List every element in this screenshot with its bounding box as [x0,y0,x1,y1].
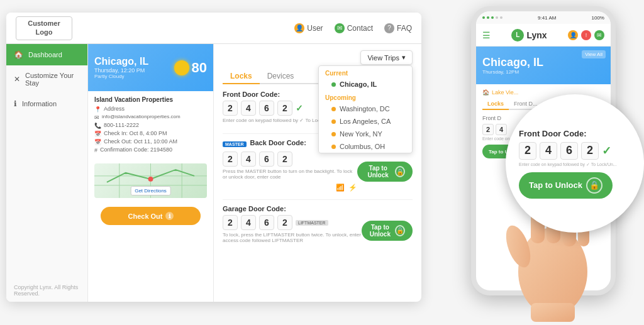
back-door-icons: 📶 ⚡ [336,184,357,192]
tab-locks[interactable]: Locks [223,69,260,84]
back-door-code-row: 2 4 6 2 [223,151,357,167]
zoom-tap-unlock-button[interactable]: Tap to Unlock 🔒 [519,172,613,199]
p-digit-1: 2 [482,124,494,135]
dropdown-chicago[interactable]: Chicago, IL [319,78,412,91]
info-badge: ℹ [165,212,174,220]
liftmaster-badge: LIFTMASTER [296,220,328,226]
phone-icon: 📞 [94,123,101,129]
garage-door-digit-2: 4 [241,215,256,230]
svg-rect-12 [531,303,575,322]
trips-dropdown: Current Chicago, IL Upcoming Washington,… [318,65,413,153]
upcoming-dot-2 [331,119,336,124]
lynx-brand: L Lynx [511,29,547,41]
left-panel: Chicago, IL Thursday, 12:20 PM Partly Cl… [88,44,214,302]
upcoming-section-title: Upcoming [319,91,412,102]
nav-faq[interactable]: ? FAQ [384,23,412,33]
dropdown-washington[interactable]: Washington, DC [319,102,412,115]
scene: Customer Logo 👤 User ✉ Contact ? FAQ [0,0,644,325]
get-directions-btn[interactable]: Get Directions [130,186,171,196]
phone-tab-locks[interactable]: Locks [482,99,509,110]
zoom-lock-icon: 🔒 [586,177,602,194]
nav-contact[interactable]: ✉ Contact [335,23,373,33]
view-trips-button[interactable]: View Trips ▾ [360,50,413,65]
back-door-digit-3: 6 [259,151,274,167]
confirmation-row: # Confirmation Code: 2194580 [94,146,207,153]
phone-status-bar: 9:41 AM 100% [476,11,611,24]
sidebar-item-information[interactable]: ℹ Information [6,93,87,114]
customer-logo: Customer Logo [16,16,72,40]
garage-door-digit-4: 2 [277,215,292,230]
sidebar-item-customize[interactable]: ✕ Customize Your Stay [6,65,87,93]
front-door-digit-3: 6 [259,101,274,116]
zoom-hint: Enter code on keypad followed by ✓ To Lo… [519,162,631,167]
checkout-button[interactable]: Check Out ℹ [101,207,201,225]
upcoming-dot-1 [331,107,336,111]
back-door-unlock-button[interactable]: Tap to Unlock 🔒 [357,162,413,182]
contact-icon: ✉ [335,23,345,33]
phone-user-icon[interactable]: 👤 [568,30,578,40]
user-icon: 👤 [294,23,304,33]
sidebar-item-dashboard[interactable]: 🏠 Dashboard [6,44,87,65]
zoom-front-door-label: Front Door Code: [519,129,631,138]
email-icon: ✉ [94,114,99,121]
phone-header-icons: 👤 ! ✉ [568,30,604,40]
zoom-check-icon: ✓ [602,144,611,158]
checkout-icon: 📅 [94,139,101,145]
email-row: ✉ info@islandvacationproperties.com [94,114,207,121]
content-area: Chicago, IL Thursday, 12:20 PM Partly Cl… [88,44,421,302]
customize-icon: ✕ [14,75,20,84]
upcoming-dot-3 [331,132,336,136]
front-door-digit-4: 2 [277,101,292,116]
sidebar-footer: Copyright Lynx. All Rights Reserved. [6,279,87,302]
address-row: 📍 Address [94,106,207,113]
zoom-code-row: 2 4 6 2 ✓ [519,142,631,160]
back-door-digit-4: 2 [277,151,292,167]
garage-door-code-row: 2 4 6 2 LIFTMASTER [223,215,362,230]
zoom-digit-1: 2 [519,142,536,160]
phone-row: 📞 800-111-2222 [94,122,207,129]
dropdown-columbus[interactable]: Columbus, OH [319,140,412,153]
phone-header: ☰ L Lynx 👤 ! ✉ [476,24,611,47]
home-icon: 🏠 [14,50,23,59]
hamburger-icon[interactable]: ☰ [482,30,491,40]
main-layout: 🏠 Dashboard ✕ Customize Your Stay ℹ Info… [6,44,421,302]
right-panel: View Trips ▾ Current Chicago, IL Upcomin… [214,44,421,302]
checkin-row: 📅 Check In: Oct 8, 4:00 PM [94,130,207,137]
garage-hint: To lock, press the LIFTMASTER button twi… [223,232,362,243]
front-door-check: ✓ [296,103,303,113]
phone-date: Thursday, 12PM [482,69,543,75]
phone-time: 9:41 AM [538,15,556,21]
phone-msg-icon[interactable]: ✉ [594,30,604,40]
checkin-icon: 📅 [94,131,101,137]
garage-lock-icon: 🔒 [395,225,405,236]
phone-city: Chicago, IL [482,56,543,69]
signal-dots [482,16,502,19]
phone-battery: 100% [592,15,604,21]
zoom-circle: Front Door Code: 2 4 6 2 ✓ Enter code on… [506,94,644,233]
back-door-digit-1: 2 [223,151,238,167]
phone-view-all[interactable]: View All [582,50,606,58]
garage-unlock-button[interactable]: Tap to Unlock 🔒 [362,221,413,241]
top-bar: Customer Logo 👤 User ✉ Contact ? FAQ [6,13,421,44]
zoom-digit-2: 4 [540,142,557,160]
dropdown-newyork[interactable]: New York, NY [319,128,412,140]
lynx-logo: L [511,29,524,41]
nav-user[interactable]: 👤 User [294,23,323,33]
bt-icon: ⚡ [348,184,357,192]
svg-point-5 [148,177,153,182]
back-lock-icon: 🔒 [395,166,405,177]
garage-door-digit-3: 6 [259,215,274,230]
phone-alert-icon[interactable]: ! [581,30,591,40]
top-nav: 👤 User ✉ Contact ? FAQ [294,23,412,33]
desktop-app: Customer Logo 👤 User ✉ Contact ? FAQ [6,13,421,302]
zoom-digit-4: 2 [581,142,599,160]
checkout-row: 📅 Check Out: Oct 11, 10:00 AM [94,138,207,145]
garage-door-digit-1: 2 [223,215,238,230]
upcoming-dot-4 [331,145,336,149]
property-info: Island Vacation Properties 📍 Address ✉ i… [88,91,213,160]
tab-devices[interactable]: Devices [260,69,302,84]
dropdown-la[interactable]: Los Angeles, CA [319,115,412,128]
front-door-digit-2: 4 [241,101,256,116]
zoom-content: Front Door Code: 2 4 6 2 ✓ Enter code on… [509,97,641,229]
weather-banner: Chicago, IL Thursday, 12:20 PM Partly Cl… [88,44,213,91]
